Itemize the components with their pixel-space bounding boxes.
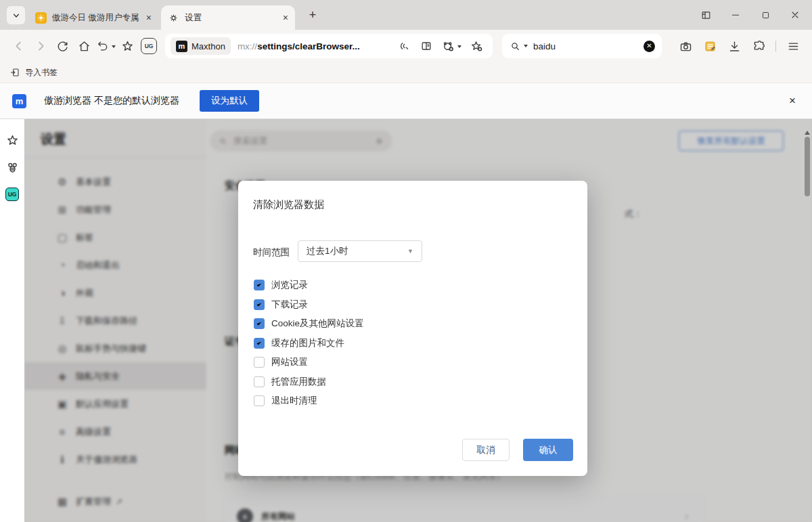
notification-close-icon[interactable]: ×: [785, 94, 800, 108]
reader-mode-icon[interactable]: [415, 35, 437, 57]
tab-close-icon[interactable]: ×: [146, 13, 152, 22]
tab-label: 傲游今日 傲游用户专属: [52, 12, 142, 24]
favorites-sidebar-icon[interactable]: [5, 133, 20, 148]
read-aloud-icon[interactable]: [392, 35, 414, 57]
tab-close-icon[interactable]: ×: [283, 13, 288, 22]
search-engine-dropdown-icon[interactable]: [524, 45, 528, 49]
option-cached-files[interactable]: 缓存的图片和文件: [254, 334, 364, 353]
ug-icon: UG: [141, 38, 157, 54]
time-range-select[interactable]: 过去1小时 ▼: [298, 240, 422, 262]
address-bar[interactable]: m Maxthon mx://settings/clearBrowser...: [165, 34, 493, 58]
clear-search-icon[interactable]: ✕: [644, 41, 655, 52]
extensions-icon[interactable]: [748, 35, 769, 57]
window-controls: [696, 5, 805, 25]
toolbar-right-cluster: [675, 35, 804, 57]
url-text[interactable]: mx://settings/clearBrowser...: [238, 41, 392, 51]
checkbox[interactable]: [254, 280, 265, 290]
confirm-button[interactable]: 确认: [523, 439, 573, 461]
clear-options-list: 浏览记录 下载记录 Cookie及其他网站设置 缓存的图片和文件: [254, 276, 364, 411]
option-download-history[interactable]: 下载记录: [254, 295, 364, 315]
url-scheme: mx://: [238, 41, 257, 51]
bee-sidebar-icon[interactable]: [5, 160, 20, 175]
add-bookmark-icon[interactable]: [466, 35, 487, 57]
search-icon: [509, 40, 522, 53]
import-bookmarks-icon: [9, 67, 20, 78]
checkbox[interactable]: [254, 395, 265, 406]
option-browsing-history[interactable]: 浏览记录: [254, 276, 364, 295]
maximize-icon[interactable]: [755, 5, 775, 25]
site-identity-label: Maxthon: [191, 41, 225, 51]
option-hosted-app-data[interactable]: 托管应用数据: [254, 372, 364, 392]
address-bar-actions: [392, 35, 487, 57]
minimize-icon[interactable]: [725, 5, 746, 25]
tab-label: 设置: [185, 12, 279, 24]
tab-maxthon-today[interactable]: 傲游今日 傲游用户专属 ×: [28, 5, 158, 30]
site-identity-chip[interactable]: m Maxthon: [171, 37, 231, 55]
time-range-label: 时间范围: [253, 246, 290, 259]
tab-settings[interactable]: 设置 ×: [161, 5, 295, 30]
option-site-settings[interactable]: 网站设置: [254, 353, 364, 372]
set-default-button[interactable]: 设为默认: [200, 90, 259, 112]
bookmarks-bar: 导入书签: [0, 62, 812, 83]
sun-icon: [35, 12, 47, 24]
scrollbar-thumb[interactable]: [805, 137, 810, 196]
side-panel-icon[interactable]: [696, 5, 716, 25]
page-scrollbar[interactable]: [803, 119, 812, 522]
refresh-button[interactable]: [51, 35, 73, 57]
checkbox[interactable]: [254, 357, 265, 368]
left-sidebar-strip: UG: [0, 119, 24, 522]
menu-icon[interactable]: [782, 35, 804, 57]
search-bar[interactable]: baidu ✕: [502, 34, 662, 58]
checkbox[interactable]: [254, 376, 265, 387]
option-clear-on-exit[interactable]: 退出时清理: [254, 391, 364, 411]
dialog-title: 清除浏览器数据: [253, 198, 324, 211]
home-button[interactable]: [73, 35, 95, 57]
import-bookmarks-button[interactable]: 导入书签: [25, 67, 58, 79]
favorites-button[interactable]: [116, 35, 138, 57]
toolbar: UG m Maxthon mx://settings/clearBrowser.…: [0, 30, 812, 62]
default-browser-notification: m 傲游浏览器 不是您的默认浏览器 设为默认 ×: [0, 83, 812, 119]
notes-icon[interactable]: [699, 35, 721, 57]
cancel-button[interactable]: 取消: [462, 439, 510, 461]
downloads-icon[interactable]: [723, 35, 745, 57]
clear-browser-data-dialog: 清除浏览器数据 时间范围 过去1小时 ▼ 浏览记录 下载记录: [238, 181, 587, 476]
new-tab-button[interactable]: +: [305, 7, 320, 22]
option-cookies[interactable]: Cookie及其他网站设置: [254, 314, 364, 334]
notification-message: 傲游浏览器 不是您的默认浏览器: [44, 95, 179, 107]
close-icon[interactable]: [785, 5, 805, 25]
time-range-value: 过去1小时: [307, 245, 407, 257]
maxthon-logo-icon: m: [176, 41, 187, 52]
tab-bar: 傲游今日 傲游用户专属 × 设置 × +: [0, 0, 812, 30]
ug-sidebar-icon[interactable]: UG: [5, 188, 19, 201]
search-input[interactable]: baidu: [533, 41, 644, 51]
toolbar-divider: [775, 41, 776, 51]
url-path: settings/clearBrowser...: [257, 41, 360, 51]
tab-list-dropdown-button[interactable]: [7, 6, 25, 24]
checkbox[interactable]: [254, 318, 265, 329]
undo-button[interactable]: [95, 35, 116, 57]
settings-area: 设置 ⚙基本设置 ⊞功能管理 ▢标签 ◔启动和退出 ◑外观 ⇩下载和保存路径 ◎…: [24, 119, 812, 522]
gear-icon: [168, 12, 179, 24]
checkbox[interactable]: [254, 338, 265, 349]
forward-button[interactable]: [30, 35, 51, 57]
back-button[interactable]: [8, 35, 30, 57]
undo-dropdown-icon[interactable]: [112, 45, 116, 50]
translate-button[interactable]: [438, 35, 464, 57]
select-arrow-icon: ▼: [407, 248, 413, 255]
maxthon-logo-icon: m: [12, 94, 26, 108]
checkbox[interactable]: [254, 299, 265, 310]
main-area: UG 设置 ⚙基本设置 ⊞功能管理 ▢标签 ◔启动和退出 ◑外观 ⇩下载和保存路…: [0, 119, 812, 522]
browser-window: 傲游今日 傲游用户专属 × 设置 × +: [0, 0, 812, 522]
ug-toolbar-button[interactable]: UG: [138, 35, 160, 57]
translate-dropdown-icon[interactable]: [457, 45, 461, 50]
screenshot-icon[interactable]: [675, 35, 696, 57]
chevron-down-icon: [11, 10, 22, 21]
scroll-up-arrow-icon[interactable]: [805, 128, 810, 135]
